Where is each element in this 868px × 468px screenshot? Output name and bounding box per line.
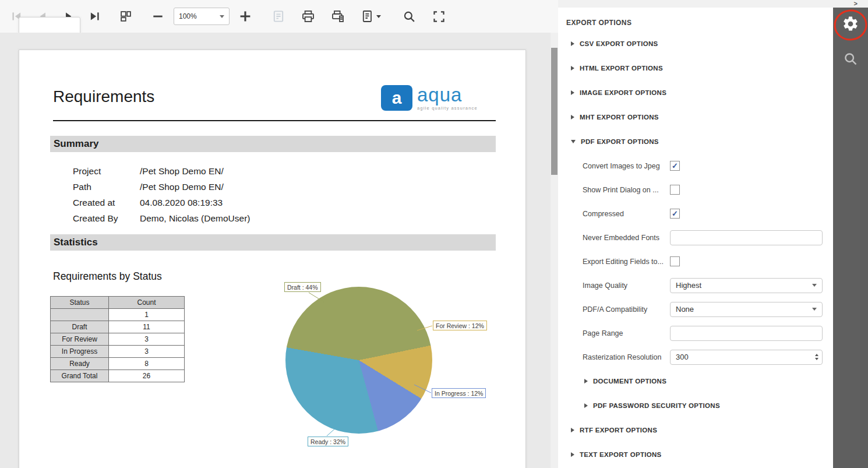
expand-arrow-icon bbox=[571, 452, 574, 457]
table-row: For Review 3 bbox=[51, 333, 185, 346]
report-title: Requirements bbox=[53, 87, 154, 106]
statistics-section-header: Statistics bbox=[50, 234, 496, 251]
expand-arrow-icon bbox=[571, 66, 574, 71]
field-value: /Pet Shop Demo EN/ bbox=[140, 182, 224, 192]
section-mht-export-options[interactable]: MHT EXPORT OPTIONS bbox=[558, 105, 833, 129]
option-row-page-range: Page Range bbox=[558, 321, 833, 345]
option-label: Never Embedded Fonts bbox=[583, 234, 670, 242]
section-label: MHT EXPORT OPTIONS bbox=[580, 114, 659, 121]
minus-icon bbox=[151, 10, 164, 23]
option-label: Compressed bbox=[583, 210, 670, 218]
pie-label-ready: Ready : 32% bbox=[308, 437, 348, 446]
search-icon bbox=[403, 10, 416, 23]
print-page-button[interactable] bbox=[327, 6, 348, 27]
option-label: Convert Images to Jpeg bbox=[583, 162, 670, 170]
table-header-row: Status Count bbox=[51, 297, 185, 309]
section-label: HTML EXPORT OPTIONS bbox=[580, 65, 663, 72]
count-cell: 1 bbox=[109, 309, 185, 321]
page-range-input[interactable] bbox=[670, 326, 823, 341]
status-cell bbox=[51, 309, 109, 321]
expand-arrow-icon bbox=[571, 428, 574, 432]
document-scrollbar[interactable] bbox=[551, 33, 558, 468]
fullscreen-button[interactable] bbox=[428, 6, 449, 27]
section-label: IMAGE EXPORT OPTIONS bbox=[580, 89, 666, 96]
section-html-export-options[interactable]: HTML EXPORT OPTIONS bbox=[558, 56, 833, 80]
report-viewer-app: 1 of 27 100% bbox=[0, 0, 868, 468]
zoom-out-button[interactable] bbox=[147, 6, 168, 27]
option-row-convert-images-to-jpeg: Convert Images to Jpeg bbox=[558, 154, 833, 178]
section-image-export-options[interactable]: IMAGE EXPORT OPTIONS bbox=[558, 80, 833, 105]
count-cell: 26 bbox=[109, 370, 185, 382]
table-row: Draft 11 bbox=[51, 321, 185, 333]
fullscreen-icon bbox=[432, 10, 446, 23]
export-options-panel: EXPORT OPTIONS CSV EXPORT OPTIONS HTML E… bbox=[558, 8, 833, 468]
pdfa-compatibility-select[interactable]: None bbox=[670, 302, 823, 317]
section-label: DOCUMENT OPTIONS bbox=[593, 378, 666, 385]
pie-label-draft: Draft : 44% bbox=[284, 282, 321, 292]
rasterization-resolution-spinner[interactable]: 300 bbox=[670, 350, 823, 365]
multipage-view-button[interactable] bbox=[115, 6, 136, 27]
last-page-button[interactable] bbox=[84, 6, 105, 27]
section-pdf-password-security-options[interactable]: PDF PASSWORD SECURITY OPTIONS bbox=[558, 393, 833, 418]
last-page-icon bbox=[89, 10, 101, 23]
summary-section-header: Summary bbox=[50, 136, 496, 152]
zoom-value: 100% bbox=[179, 12, 197, 20]
field-label: Created at bbox=[73, 198, 140, 208]
settings-gear-button[interactable] bbox=[833, 9, 868, 39]
document-viewer: 1 of 27 100% bbox=[0, 0, 558, 468]
section-document-options[interactable]: DOCUMENT OPTIONS bbox=[558, 369, 833, 393]
collapse-panel-arrow-icon[interactable]: > bbox=[854, 1, 858, 7]
never-embedded-fonts-input[interactable] bbox=[670, 230, 823, 245]
viewer-toolbar: 1 of 27 100% bbox=[0, 0, 558, 33]
table-row: 1 bbox=[51, 309, 185, 321]
status-cell: Draft bbox=[51, 321, 109, 333]
section-pdf-export-options[interactable]: PDF EXPORT OPTIONS bbox=[558, 129, 833, 154]
option-row-image-quality: Image Quality Highest bbox=[558, 273, 833, 297]
pie-chart bbox=[285, 287, 432, 434]
collapse-arrow-icon bbox=[571, 140, 576, 143]
field-label: Project bbox=[73, 166, 140, 177]
compressed-checkbox[interactable] bbox=[670, 209, 680, 219]
aqua-logo-mark-icon: a bbox=[381, 85, 412, 111]
expand-arrow-icon bbox=[571, 90, 574, 95]
export-to-icon bbox=[361, 9, 375, 23]
export-document-button[interactable] bbox=[268, 6, 289, 27]
chevron-down-icon bbox=[812, 308, 817, 311]
convert-images-to-jpeg-checkbox[interactable] bbox=[670, 161, 680, 171]
print-icon bbox=[301, 9, 315, 23]
logo-tagline: agile quality assurance bbox=[417, 105, 478, 111]
zoom-in-button[interactable] bbox=[235, 6, 256, 27]
pie-label-in-progress: In Progress : 12% bbox=[432, 388, 486, 398]
section-label: RTF EXPORT OPTIONS bbox=[580, 427, 657, 434]
panel-title: EXPORT OPTIONS bbox=[558, 19, 833, 27]
chevron-down-icon bbox=[376, 15, 381, 18]
status-count-table: Status Count 1 Draft 11 bbox=[50, 296, 185, 382]
show-print-dialog-checkbox[interactable] bbox=[670, 185, 680, 195]
select-value: Highest bbox=[676, 281, 701, 290]
export-editing-fields-checkbox[interactable] bbox=[670, 256, 680, 266]
spin-up-icon[interactable] bbox=[815, 354, 818, 356]
field-label: Created By bbox=[73, 213, 140, 224]
spin-down-icon[interactable] bbox=[815, 358, 818, 360]
option-row-never-embedded-fonts: Never Embedded Fonts bbox=[558, 226, 833, 249]
search-button[interactable] bbox=[398, 6, 419, 27]
zoom-selector[interactable]: 100% bbox=[174, 8, 230, 25]
field-value: /Pet Shop Demo EN/ bbox=[140, 166, 224, 177]
summary-row: Project /Pet Shop Demo EN/ bbox=[73, 163, 250, 179]
logo-brand-text: aqua bbox=[417, 85, 478, 105]
sidebar-search-button[interactable] bbox=[833, 44, 868, 74]
section-csv-export-options[interactable]: CSV EXPORT OPTIONS bbox=[558, 31, 833, 56]
option-row-compressed: Compressed bbox=[558, 202, 833, 226]
title-rule bbox=[53, 120, 496, 121]
export-to-button[interactable] bbox=[357, 6, 384, 27]
print-button[interactable] bbox=[298, 6, 319, 27]
image-quality-select[interactable]: Highest bbox=[670, 278, 823, 293]
status-cell: Grand Total bbox=[51, 370, 109, 382]
plus-icon bbox=[238, 9, 252, 23]
expand-arrow-icon bbox=[571, 41, 574, 46]
section-text-export-options[interactable]: TEXT EXPORT OPTIONS bbox=[558, 442, 833, 467]
scrollbar-thumb[interactable] bbox=[551, 48, 558, 175]
table-row: Grand Total 26 bbox=[51, 370, 185, 382]
section-rtf-export-options[interactable]: RTF EXPORT OPTIONS bbox=[558, 418, 833, 442]
search-icon bbox=[843, 51, 858, 66]
